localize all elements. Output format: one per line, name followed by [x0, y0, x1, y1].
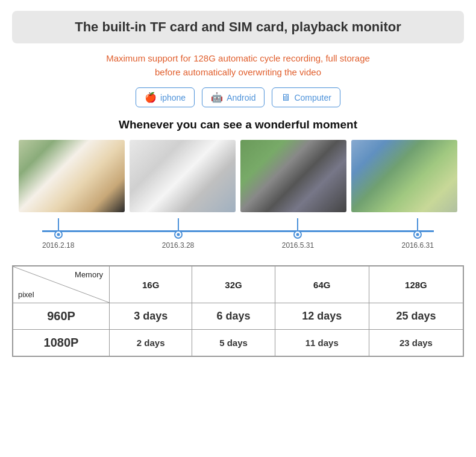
timeline-point-2: 2016.3.28 [162, 218, 194, 250]
timeline-points: 2016.2.18 2016.3.28 2016.5.31 2016.6.31 [12, 218, 464, 250]
cell-960p-128g: 25 days [369, 303, 463, 330]
subtitle-line2: before automatically overwriting the vid… [155, 67, 321, 77]
timeline-label-3: 2016.5.31 [282, 241, 314, 250]
subtitle-line1: Maximum support for 128G automatic cycle… [106, 53, 370, 63]
apple-icon: 🍎 [145, 92, 157, 103]
diagonal-bottom-label: pixel [18, 290, 34, 299]
diagonal-header-cell: Memory pixel [13, 266, 110, 303]
storage-table: Memory pixel 16G 32G 64G 128G 960P 3 day… [13, 266, 463, 356]
col-header-16g: 16G [110, 266, 192, 303]
cell-1080p-16g: 2 days [110, 330, 192, 356]
cell-1080p-128g: 23 days [369, 330, 463, 356]
timeline-label-4: 2016.6.31 [402, 241, 434, 250]
iphone-label: iphone [160, 93, 186, 102]
photo-clothing-store [130, 140, 236, 212]
iphone-button[interactable]: 🍎 iphone [136, 87, 195, 107]
android-label: Android [227, 93, 255, 102]
photo-living-room [19, 140, 125, 212]
photo-parking-lot [240, 140, 346, 212]
diagonal-inner: Memory pixel [13, 266, 109, 303]
pixel-label-1080p: 1080P [13, 330, 110, 356]
timeline-point-3: 2016.5.31 [282, 218, 314, 250]
timeline-stem-3 [297, 218, 298, 230]
timeline-label-1: 2016.2.18 [42, 241, 74, 250]
timeline: 2016.2.18 2016.3.28 2016.5.31 2016.6.31 [12, 218, 464, 254]
timeline-point-1: 2016.2.18 [42, 218, 74, 250]
col-header-128g: 128G [369, 266, 463, 303]
subtitle: Maximum support for 128G automatic cycle… [12, 52, 464, 79]
photos-row [12, 140, 464, 212]
table-row-1080p: 1080P 2 days 5 days 11 days 23 days [13, 330, 463, 356]
tagline: Whenever you can see a wonderful moment [12, 118, 464, 131]
col-header-64g: 64G [275, 266, 369, 303]
computer-icon: 🖥 [281, 92, 290, 103]
timeline-point-4: 2016.6.31 [402, 218, 434, 250]
timeline-label-2: 2016.3.28 [162, 241, 194, 250]
platform-buttons: 🍎 iphone 🤖 Android 🖥 Computer [12, 87, 464, 107]
col-header-32g: 32G [192, 266, 275, 303]
cell-960p-32g: 6 days [192, 303, 275, 330]
timeline-stem-2 [178, 218, 179, 230]
computer-label: Computer [294, 93, 331, 102]
photo-landscape [351, 140, 457, 212]
diagonal-top-label: Memory [75, 270, 103, 279]
timeline-stem-1 [58, 218, 59, 230]
header-banner-text: The built-in TF card and SIM card, playb… [75, 19, 401, 34]
timeline-circle-4 [413, 230, 422, 239]
cell-1080p-32g: 5 days [192, 330, 275, 356]
storage-table-wrapper: Memory pixel 16G 32G 64G 128G 960P 3 day… [12, 265, 464, 357]
cell-960p-64g: 12 days [275, 303, 369, 330]
android-button[interactable]: 🤖 Android [202, 87, 265, 107]
timeline-circle-3 [293, 230, 302, 239]
timeline-circle-1 [54, 230, 63, 239]
cell-1080p-64g: 11 days [275, 330, 369, 356]
timeline-circle-2 [174, 230, 183, 239]
header-banner: The built-in TF card and SIM card, playb… [12, 11, 464, 43]
table-row-960p: 960P 3 days 6 days 12 days 25 days [13, 303, 463, 330]
table-header-row: Memory pixel 16G 32G 64G 128G [13, 266, 463, 303]
pixel-label-960p: 960P [13, 303, 110, 330]
android-icon: 🤖 [211, 92, 223, 103]
computer-button[interactable]: 🖥 Computer [272, 87, 340, 107]
cell-960p-16g: 3 days [110, 303, 192, 330]
timeline-stem-4 [417, 218, 418, 230]
page-wrapper: The built-in TF card and SIM card, playb… [0, 0, 476, 369]
